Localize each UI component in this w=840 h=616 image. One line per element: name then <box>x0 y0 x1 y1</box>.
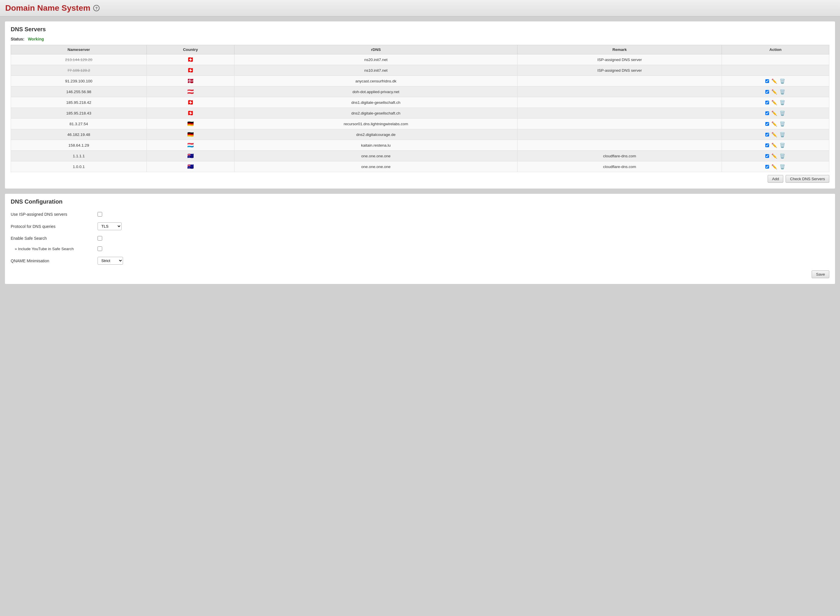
nameserver-cell: 146.255.56.98 <box>11 87 147 97</box>
rdns-cell: anycast.censurfridns.dk <box>234 76 517 87</box>
flag-icon: 🇩🇪 <box>187 132 194 137</box>
flag-icon: 🇦🇺 <box>187 153 194 159</box>
action-cell[interactable]: ✏️🗑️ <box>722 151 829 161</box>
delete-icon[interactable]: 🗑️ <box>780 164 785 169</box>
country-cell: 🇨🇭 <box>147 108 234 119</box>
config-checkbox-0[interactable] <box>97 212 102 217</box>
delete-icon[interactable]: 🗑️ <box>780 110 785 116</box>
edit-icon[interactable]: ✏️ <box>771 153 777 159</box>
edit-icon[interactable]: ✏️ <box>771 78 777 84</box>
action-cell[interactable]: ✏️🗑️ <box>722 76 829 87</box>
action-cell <box>722 54 829 65</box>
row-enable-checkbox[interactable] <box>765 144 769 147</box>
delete-icon[interactable]: 🗑️ <box>780 100 785 105</box>
row-enable-checkbox[interactable] <box>765 90 769 94</box>
action-cell[interactable]: ✏️🗑️ <box>722 129 829 140</box>
rdns-cell: doh-dot.applied-privacy.net <box>234 87 517 97</box>
action-cell[interactable]: ✏️🗑️ <box>722 161 829 172</box>
flag-icon: 🇨🇭 <box>187 57 194 63</box>
action-cell[interactable]: ✏️🗑️ <box>722 87 829 97</box>
table-row: 77.109.128.2🇨🇭ns10.init7.netISP-assigned… <box>11 65 829 76</box>
check-dns-button[interactable]: Check DNS Servers <box>786 175 829 183</box>
edit-icon[interactable]: ✏️ <box>771 142 777 148</box>
edit-icon[interactable]: ✏️ <box>771 89 777 95</box>
rdns-cell: ns10.init7.net <box>234 65 517 76</box>
remark-cell: ISP-assigned DNS server <box>518 65 722 76</box>
status-badge: Working <box>28 37 44 41</box>
table-row: 158.64.1.29🇱🇺kaitain.restena.lu✏️🗑️ <box>11 140 829 151</box>
action-cell[interactable]: ✏️🗑️ <box>722 119 829 129</box>
nameserver-cell: 77.109.128.2 <box>11 65 147 76</box>
country-cell: 🇨🇭 <box>147 65 234 76</box>
table-row: 185.95.218.42🇨🇭dns1.digitale-gesellschaf… <box>11 97 829 108</box>
country-cell: 🇨🇭 <box>147 97 234 108</box>
nameserver-cell: 185.95.218.42 <box>11 97 147 108</box>
remark-cell: cloudflare-dns.com <box>518 161 722 172</box>
flag-icon: 🇨🇭 <box>187 100 194 105</box>
status-line: Status: Working <box>11 37 829 41</box>
remark-cell <box>518 87 722 97</box>
delete-icon[interactable]: 🗑️ <box>780 153 785 159</box>
row-enable-checkbox[interactable] <box>765 165 769 169</box>
page-title: Domain Name System <box>5 3 90 13</box>
country-cell: 🇱🇺 <box>147 140 234 151</box>
help-icon[interactable]: ? <box>93 5 100 11</box>
row-enable-checkbox[interactable] <box>765 154 769 158</box>
config-checkbox-3[interactable] <box>97 246 102 251</box>
action-cell[interactable]: ✏️🗑️ <box>722 140 829 151</box>
config-value[interactable]: UDPTCPTLSHTTPS <box>97 220 829 233</box>
delete-icon[interactable]: 🗑️ <box>780 78 785 84</box>
country-cell: 🇩🇪 <box>147 129 234 140</box>
config-select-1[interactable]: UDPTCPTLSHTTPS <box>97 222 122 230</box>
rdns-cell: one.one.one.one <box>234 151 517 161</box>
table-row: 1.1.1.1🇦🇺one.one.one.onecloudflare-dns.c… <box>11 151 829 161</box>
country-cell: 🇦🇺 <box>147 161 234 172</box>
edit-icon[interactable]: ✏️ <box>771 121 777 127</box>
config-value[interactable] <box>97 243 829 254</box>
nameserver-cell: 158.64.1.29 <box>11 140 147 151</box>
row-enable-checkbox[interactable] <box>765 111 769 115</box>
config-label: Use ISP-assigned DNS servers <box>11 209 97 220</box>
delete-icon[interactable]: 🗑️ <box>780 121 785 127</box>
config-checkbox-2[interactable] <box>97 236 102 241</box>
row-enable-checkbox[interactable] <box>765 122 769 126</box>
dns-servers-section: DNS Servers Status: Working Nameserver C… <box>4 21 836 189</box>
action-cell[interactable]: ✏️🗑️ <box>722 97 829 108</box>
config-value[interactable] <box>97 209 829 220</box>
row-enable-checkbox[interactable] <box>765 133 769 136</box>
config-value[interactable]: OffRelaxedStrict <box>97 254 829 267</box>
row-enable-checkbox[interactable] <box>765 101 769 104</box>
rdns-cell: ns20.init7.net <box>234 54 517 65</box>
remark-cell <box>518 129 722 140</box>
delete-icon[interactable]: 🗑️ <box>780 142 785 148</box>
status-label: Status: <box>11 37 24 41</box>
col-remark: Remark <box>518 45 722 54</box>
nameserver-cell: 213.144.129.20 <box>11 54 147 65</box>
rdns-cell: dns2.digitale-gesellschaft.ch <box>234 108 517 119</box>
remark-cell: cloudflare-dns.com <box>518 151 722 161</box>
add-button[interactable]: Add <box>768 175 783 183</box>
table-row: 1.0.0.1🇦🇺one.one.one.onecloudflare-dns.c… <box>11 161 829 172</box>
rdns-cell: one.one.one.one <box>234 161 517 172</box>
col-country: Country <box>147 45 234 54</box>
config-value[interactable] <box>97 233 829 243</box>
config-select-4[interactable]: OffRelaxedStrict <box>97 257 123 265</box>
edit-icon[interactable]: ✏️ <box>771 110 777 116</box>
flag-icon: 🇩🇪 <box>187 121 194 127</box>
flag-icon: 🇦🇹 <box>187 89 194 95</box>
dns-config-title: DNS Configuration <box>11 198 829 205</box>
config-label: Enable Safe Search <box>11 233 97 243</box>
edit-icon[interactable]: ✏️ <box>771 100 777 105</box>
save-button[interactable]: Save <box>812 270 829 278</box>
delete-icon[interactable]: 🗑️ <box>780 132 785 137</box>
edit-icon[interactable]: ✏️ <box>771 164 777 169</box>
dns-config-section: DNS Configuration Use ISP-assigned DNS s… <box>4 194 836 284</box>
config-label: » Include YouTube in Safe Search <box>11 243 97 254</box>
edit-icon[interactable]: ✏️ <box>771 132 777 137</box>
remark-cell <box>518 108 722 119</box>
row-enable-checkbox[interactable] <box>765 79 769 83</box>
country-cell: 🇩🇪 <box>147 119 234 129</box>
action-cell[interactable]: ✏️🗑️ <box>722 108 829 119</box>
delete-icon[interactable]: 🗑️ <box>780 89 785 95</box>
config-label: QNAME Minimisation <box>11 254 97 267</box>
